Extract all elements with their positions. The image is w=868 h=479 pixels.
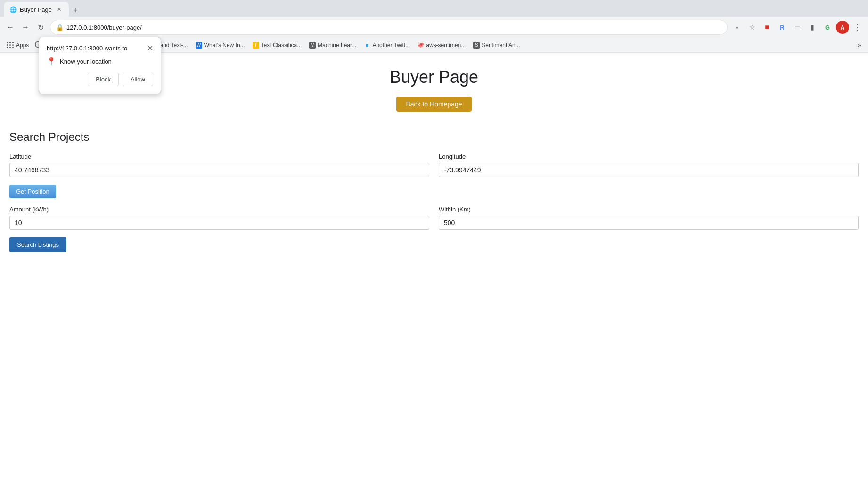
search-listings-button[interactable]: Search Listings [9,237,66,252]
apps-label: Apps [16,42,29,49]
menu-button[interactable]: ⋮ [851,21,864,34]
aws-sentimen-favicon: 🐙 [418,42,424,49]
popup-permission-row: 📍 Know your location [47,57,153,66]
popup-header: http://127.0.0.1:8000 wants to ✕ [47,45,153,52]
extension-red-button[interactable]: ■ [761,21,774,34]
tab-favicon: 🌐 [9,6,16,13]
bookmark-machine-lear[interactable]: M Machine Lear... [306,41,359,50]
extension-r-button[interactable]: R [776,21,789,34]
browser-top-bar: ← → ↻ 🔒 127.0.0.1:8000/buyer-page/ ▪ ☆ ■… [0,17,868,38]
active-tab[interactable]: 🌐 Buyer Page ✕ [4,2,69,17]
longitude-input[interactable] [439,163,859,177]
extension-g-button[interactable]: G [821,21,834,34]
bookmark-another-twitt[interactable]: ■ Another Twitt... [361,41,413,50]
extension-puzzle-button[interactable]: ▮ [806,21,819,34]
bookmark-sentiment-an-label: Sentiment An... [482,42,520,49]
text-classifica-favicon: T [253,42,259,49]
amount-group: Amount (kWh) [9,206,429,230]
url-display: 127.0.0.1:8000/buyer-page/ [66,24,721,31]
extension-square-button[interactable]: ▭ [791,21,804,34]
back-button[interactable]: ← [4,21,17,34]
popup-buttons: Block Allow [47,73,153,86]
tab-strip: 🌐 Buyer Page ✕ + [0,0,868,17]
bookmark-whats-new[interactable]: W What's New In... [193,41,248,50]
back-btn-container: Back to Homepage [9,97,859,112]
whats-new-favicon: W [196,42,202,49]
bookmark-aws-sentimen-label: aws-sentimen... [426,42,466,49]
apps-bookmark-button[interactable]: Apps [4,41,32,50]
location-pin-icon: 📍 [47,57,56,66]
back-to-homepage-button[interactable]: Back to Homepage [396,97,471,112]
longitude-label: Longitude [439,153,859,160]
latitude-group: Latitude [9,153,429,177]
user-avatar-button[interactable]: A [836,21,849,34]
get-position-button[interactable]: Get Position [9,185,56,198]
bookmark-whats-new-label: What's New In... [204,42,245,49]
within-label: Within (Km) [439,206,859,213]
popup-close-button[interactable]: ✕ [147,45,153,52]
toolbar-right: ▪ ☆ ■ R ▭ ▮ G A ⋮ [730,21,864,34]
permission-text: Know your location [60,58,112,65]
tab-close-button[interactable]: ✕ [56,6,63,13]
bookmark-star-button[interactable]: ☆ [745,21,759,34]
tab-title: Buyer Page [20,6,52,13]
another-twitt-favicon: ■ [364,42,370,49]
within-group: Within (Km) [439,206,859,230]
apps-grid-icon [7,42,14,48]
bookmark-aws-sentimen[interactable]: 🐙 aws-sentimen... [415,41,468,50]
allow-button[interactable]: Allow [123,73,153,86]
latitude-label: Latitude [9,153,429,160]
more-bookmarks-button[interactable]: » [854,40,864,51]
nav-buttons: ← → ↻ [4,21,47,34]
bookmark-another-twitt-label: Another Twitt... [372,42,410,49]
bookmark-sentiment-an[interactable]: S Sentiment An... [470,41,523,50]
search-section-title: Search Projects [9,130,859,144]
bookmark-text-classifica-label: Text Classifica... [261,42,302,49]
popup-title: http://127.0.0.1:8000 wants to [47,45,127,52]
forward-button[interactable]: → [19,21,32,34]
new-tab-button[interactable]: + [69,4,82,17]
bookmark-text-classifica[interactable]: T Text Classifica... [250,41,305,50]
bookmark-machine-lear-label: Machine Lear... [318,42,356,49]
reload-button[interactable]: ↻ [34,21,47,34]
amount-input[interactable] [9,216,429,230]
block-button[interactable]: Block [88,73,119,86]
within-input[interactable] [439,216,859,230]
lat-lng-row: Latitude Longitude [9,153,859,177]
machine-lear-favicon: M [309,42,316,49]
amount-label: Amount (kWh) [9,206,429,213]
longitude-group: Longitude [439,153,859,177]
permission-popup: http://127.0.0.1:8000 wants to ✕ 📍 Know … [39,37,161,94]
latitude-input[interactable] [9,163,429,177]
sentiment-an-favicon: S [473,42,480,49]
cast-icon-button[interactable]: ▪ [730,21,744,34]
amount-within-row: Amount (kWh) Within (Km) [9,206,859,230]
address-bar[interactable]: 🔒 127.0.0.1:8000/buyer-page/ [50,20,728,35]
lock-icon: 🔒 [56,24,64,31]
